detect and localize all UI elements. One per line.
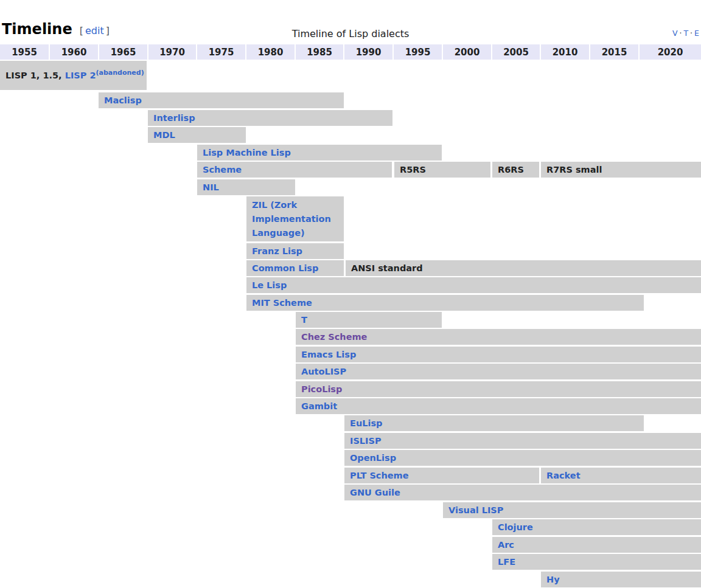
bar-label-wrap: Le Lisp [252,278,287,292]
timeline-bar: ZIL (Zork Implementation Language) [246,196,344,241]
dialect-link[interactable]: Hy [546,575,560,584]
bar-label-wrap: EuLisp [350,417,382,431]
bar-label-wrap: ANSI standard [351,261,423,275]
timeline-bar: Franz Lisp [246,243,344,259]
timeline-bar: Maclisp [99,92,344,108]
dialect-link[interactable]: Scheme [203,165,242,175]
dialect-link[interactable]: T [301,315,307,325]
bar-label-wrap: ISLISP [350,434,382,448]
dialect-link[interactable]: Common Lisp [252,263,318,273]
talk-template-link[interactable]: T [683,29,688,38]
bar-label-wrap: LISP 1, 1.5, LISP 2(abandoned) [5,69,144,83]
year-header-cell-2000: 2000 [443,44,491,60]
vte-separator: · [677,29,683,38]
dialect-link[interactable]: Clojure [498,522,533,532]
dialect-link[interactable]: Arc [498,540,514,550]
dialect-link[interactable]: ISLISP [350,436,382,446]
year-header-cell-1975: 1975 [197,44,245,60]
dialect-link[interactable]: (abandoned) [96,71,144,80]
timeline-bar: R6RS [492,162,539,178]
bar-label-wrap: Scheme [203,163,242,177]
timeline-bar: Hy [541,572,701,587]
dialect-link[interactable]: ZIL (Zork Implementation Language) [252,200,331,238]
bar-label-wrap: Racket [546,469,581,483]
bar-label-wrap: AutoLISP [301,365,346,379]
lisp-timeline-page: Timeline[edit] Timeline of Lisp dialects… [0,0,701,588]
dialect-link[interactable]: PicoLisp [301,384,342,394]
timeline-bar: EuLisp [344,415,644,431]
timeline-bar: AutoLISP [296,364,701,379]
dialect-link[interactable]: LISP 2 [65,71,96,80]
dialect-link[interactable]: Visual LISP [448,505,503,515]
dialect-link[interactable]: Lisp Machine Lisp [203,148,291,157]
bar-label-wrap: Maclisp [104,94,142,108]
timeline-bar: Racket [541,468,701,483]
bar-label-wrap: ZIL (Zork Implementation Language) [252,198,341,240]
dialect-link[interactable]: MIT Scheme [252,298,312,308]
bar-label-wrap: Lisp Machine Lisp [203,146,291,160]
dialect-link[interactable]: Le Lisp [252,280,287,290]
timeline-bar: MIT Scheme [246,295,644,311]
bar-label-wrap: OpenLisp [350,451,396,465]
bar-label-wrap: Gambit [301,399,337,413]
timeline-bar: Clojure [492,519,701,535]
bar-label-wrap: R5RS [400,163,426,177]
bar-label-wrap: Visual LISP [448,503,503,517]
bar-label: LISP 1, 1.5, [5,71,65,80]
dialect-link[interactable]: Chez Scheme [301,332,367,342]
bar-label-wrap: NIL [203,181,219,195]
year-header-cell-1990: 1990 [344,44,392,60]
dialect-link[interactable]: Racket [546,471,581,480]
year-header-cell-2020: 2020 [640,44,701,60]
timeline-bar: PicoLisp [296,381,701,397]
year-header-cell-1955: 1955 [0,44,49,60]
timeline-bar: Visual LISP [443,502,701,518]
bar-label-wrap: Interlisp [153,111,195,125]
timeline-bar: ANSI standard [346,260,701,276]
timeline-bar: Le Lisp [246,277,701,293]
dialect-link[interactable]: Gambit [301,401,337,411]
year-header-cell-2005: 2005 [492,44,540,60]
bar-label-wrap: Clojure [498,521,533,534]
dialect-link[interactable]: Maclisp [104,95,142,105]
dialect-link[interactable]: EuLisp [350,418,382,428]
dialect-link[interactable]: NIL [203,182,219,192]
dialect-link[interactable]: PLT Scheme [350,471,409,480]
timeline-bar: T [296,312,442,328]
timeline-bar: Chez Scheme [296,329,701,345]
year-header-cell-2010: 2010 [541,44,589,60]
bar-label-wrap: Hy [546,573,560,587]
bar-label-wrap: MIT Scheme [252,296,312,310]
timeline-bar: OpenLisp [344,450,701,466]
bar-label-wrap: R7RS small [546,163,602,177]
bar-label-wrap: Common Lisp [252,261,318,275]
dialect-link[interactable]: OpenLisp [350,453,396,463]
bar-label-wrap: LFE [498,555,515,569]
timeline-bar: GNU Guile [344,485,701,500]
dialect-link[interactable]: AutoLISP [301,367,346,376]
timeline-bar: NIL [197,179,295,195]
dialect-link[interactable]: MDL [153,130,175,140]
dialect-link[interactable]: Emacs Lisp [301,350,356,359]
timeline-bar: R7RS small [541,162,701,178]
dialect-link[interactable]: GNU Guile [350,488,400,497]
dialect-link[interactable]: Interlisp [153,113,195,123]
bar-label: R6RS [498,165,524,175]
bar-label-wrap: T [301,313,307,327]
year-header-cell-1965: 1965 [99,44,147,60]
bar-label: R5RS [400,165,426,175]
dialect-link[interactable]: LFE [498,557,515,567]
dialect-link[interactable]: Franz Lisp [252,246,302,256]
bar-label-wrap: Arc [498,538,514,552]
chart-title: Timeline of Lisp dialects [0,28,701,40]
bar-label: R7RS small [546,165,602,175]
timeline-bar: PLT Scheme [344,468,539,483]
timeline-bar: LFE [492,554,701,570]
bar-label-wrap: PicoLisp [301,382,342,396]
edit-template-link[interactable]: E [694,29,699,38]
year-header-cell-2015: 2015 [590,44,638,60]
bar-label-wrap: Emacs Lisp [301,348,356,362]
bar-label-wrap: MDL [153,128,175,142]
year-header-cell-1985: 1985 [296,44,343,60]
bar-label-wrap: Chez Scheme [301,330,367,344]
